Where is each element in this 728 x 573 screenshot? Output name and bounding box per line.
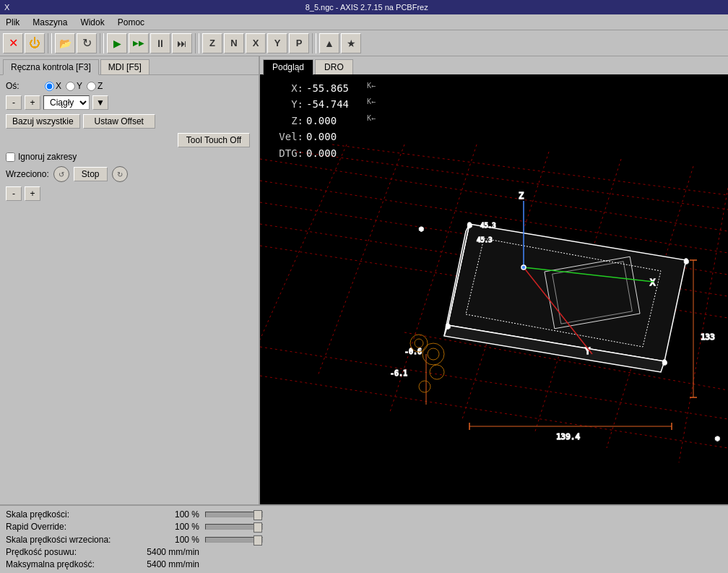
svg-text:Z: Z (519, 191, 524, 201)
svg-text:45.3: 45.3 (477, 236, 493, 244)
svg-text:✱: ✱ (684, 259, 689, 265)
dro-dtg-value: 0.000 (306, 145, 364, 161)
tool-touch-off-button[interactable]: Tool Touch Off (178, 133, 250, 147)
svg-point-46 (521, 265, 526, 270)
status-label-2: Skala prędkości wrzeciona: (6, 535, 136, 545)
ignore-limits-label: Ignoruj zakresy (18, 152, 77, 162)
3d-viewport[interactable]: 139.4 133 -6.1 -0.6 Z Y X 45.3 45.3 (260, 74, 728, 504)
menu-maszyna[interactable]: Maszyna (30, 16, 70, 29)
axis-x-radio[interactable] (45, 82, 54, 91)
svg-line-11 (318, 145, 404, 376)
svg-point-56 (415, 339, 423, 348)
set-offset-button[interactable]: Ustaw Offset (83, 114, 155, 129)
axis-x-radio-label[interactable]: X (45, 81, 61, 91)
tool-touch-off-row: Tool Touch Off (6, 133, 253, 147)
svg-text:✱: ✱ (467, 223, 472, 229)
ignore-limits-checkbox[interactable] (6, 152, 15, 162)
dro-z-arrow: K← (367, 113, 376, 129)
dro-x-label: X: (274, 80, 303, 96)
jog-minus-button[interactable]: - (6, 95, 22, 110)
axis-y-radio[interactable] (66, 82, 75, 91)
axis-row: Oś: X Y Z (6, 81, 253, 91)
window-title: 8_5.ngc - AXIS 2.7.15 na PCBFrez (306, 3, 428, 12)
estop-button[interactable]: ✕ (3, 33, 23, 53)
spindle-minus-button[interactable]: - (6, 186, 22, 201)
status-value-2: 100 % (142, 535, 199, 545)
left-tab-bar: Ręczna kontrola [F3] MDI [F5] (0, 56, 259, 74)
touch-z-button[interactable]: Z (202, 33, 222, 53)
step-button[interactable]: ⏭ (172, 33, 192, 53)
status-value-1: 100 % (142, 522, 199, 532)
touch-p-button[interactable]: P (289, 33, 309, 53)
dro-overlay: X: -55.865 K← Y: -54.744 K← Z: 0.000 K← … (274, 80, 376, 161)
svg-text:✱: ✱ (446, 324, 451, 330)
touch-x-button[interactable]: X (246, 33, 266, 53)
svg-text:✱: ✱ (419, 226, 424, 233)
close-icon[interactable]: X (4, 3, 9, 12)
svg-point-57 (430, 365, 444, 379)
home-all-button[interactable]: Bazuj wszystkie (6, 114, 80, 129)
reload-button[interactable]: ↻ (77, 33, 97, 53)
slider-2[interactable] (205, 537, 263, 543)
spindle-speed-row: - + (6, 186, 253, 201)
titlebar: X 8_5.ngc - AXIS 2.7.15 na PCBFrez (0, 0, 728, 14)
run-button[interactable]: ▶ (107, 33, 127, 53)
cone-button[interactable]: ▲ (319, 33, 339, 53)
menubar: Plik Maszyna Widok Pomoc (0, 14, 728, 30)
status-value-4: 5400 mm/min (142, 559, 199, 569)
dro-x-row: X: -55.865 K← (274, 80, 376, 96)
run-fast-button[interactable]: ▶▶ (129, 33, 149, 53)
jog-row: - + Ciągły ▼ (6, 95, 253, 110)
dro-y-value: -54.744 (306, 96, 364, 112)
spindle-label: Wrzeciono: (6, 169, 49, 179)
tab-mdi[interactable]: MDI [F5] (100, 59, 150, 74)
spindle-cw-icon[interactable]: ↻ (112, 166, 128, 182)
status-row-0: Skala prędkości: 100 % (6, 509, 722, 520)
status-label-1: Rapid Override: (6, 522, 136, 532)
spindle-plus-button[interactable]: + (25, 186, 40, 201)
axis-z-radio-label[interactable]: Z (87, 81, 103, 91)
status-row-4: Maksymalna prędkość: 5400 mm/min (6, 559, 722, 570)
menu-pomoc[interactable]: Pomoc (115, 16, 147, 29)
dro-z-label: Z: (274, 113, 303, 129)
svg-point-54 (428, 348, 439, 360)
right-panel: Podgląd DRO (260, 56, 728, 504)
light-button[interactable]: ★ (341, 33, 361, 53)
slider-0[interactable] (205, 512, 263, 517)
toolbar-separator-4 (312, 33, 316, 53)
tab-dro[interactable]: DRO (315, 59, 353, 74)
svg-text:✱: ✱ (715, 436, 720, 442)
open-file-button[interactable]: 📂 (55, 33, 75, 53)
axis-y-radio-label[interactable]: Y (66, 81, 82, 91)
svg-line-9 (260, 376, 728, 448)
tab-preview[interactable]: Podgląd (263, 59, 313, 75)
jog-plus-button[interactable]: + (25, 95, 40, 110)
svg-line-16 (679, 188, 728, 462)
jog-mode-select[interactable]: Ciągły (43, 95, 90, 110)
dro-vel-value: 0.000 (306, 129, 364, 145)
toolbar: ✕ ⏻ 📂 ↻ ▶ ▶▶ ⏸ ⏭ Z N X Y P ▲ ★ (0, 30, 728, 56)
spindle-ccw-icon[interactable]: ↺ (53, 166, 69, 182)
svg-text:133: 133 (701, 332, 715, 342)
menu-widok[interactable]: Widok (77, 16, 107, 29)
tab-manual[interactable]: Ręczna kontrola [F3] (3, 59, 99, 75)
axis-z-radio[interactable] (87, 82, 96, 91)
touch-y-button[interactable]: Y (267, 33, 287, 53)
dro-vel-row: Vel: 0.000 (274, 129, 376, 145)
status-value-0: 100 % (142, 509, 199, 520)
axis-label: Oś: (6, 81, 42, 91)
dro-z-row: Z: 0.000 K← (274, 113, 376, 129)
slider-1[interactable] (205, 524, 263, 530)
power-button[interactable]: ⏻ (25, 33, 45, 53)
dro-dtg-label: DTG: (274, 145, 303, 161)
pause-button[interactable]: ⏸ (150, 33, 170, 53)
main-area: Ręczna kontrola [F3] MDI [F5] Oś: X Y (0, 56, 728, 504)
menu-plik[interactable]: Plik (3, 16, 22, 29)
right-tab-bar: Podgląd DRO (260, 56, 728, 74)
status-row-2: Skala prędkości wrzeciona: 100 % (6, 534, 722, 545)
jog-dropdown-btn[interactable]: ▼ (92, 95, 108, 110)
status-label-4: Maksymalna prędkość: (6, 559, 136, 569)
spindle-stop-button[interactable]: Stop (74, 167, 108, 181)
touch-n-button[interactable]: N (224, 33, 244, 53)
dro-y-row: Y: -54.744 K← (274, 96, 376, 112)
